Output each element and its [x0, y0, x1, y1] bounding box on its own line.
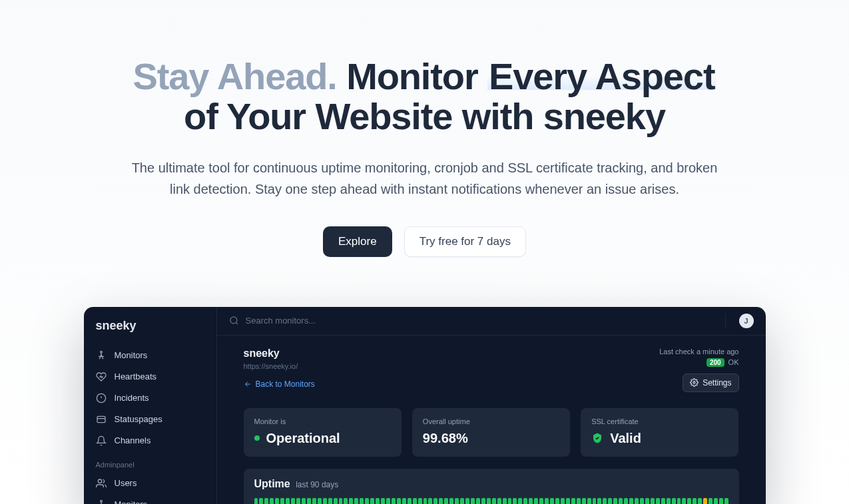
uptime-bar [708, 498, 712, 504]
uptime-bar [629, 498, 633, 504]
uptime-bar [344, 498, 348, 504]
card-value: Valid [610, 431, 641, 446]
uptime-bar [312, 498, 316, 504]
uptime-bar [402, 498, 406, 504]
uptime-bar [433, 498, 437, 504]
explore-button[interactable]: Explore [323, 226, 392, 257]
back-label: Back to Monitors [256, 379, 315, 389]
hero-title-p4: of Your Website with sneeky [184, 95, 665, 137]
dashboard-preview: sneeky Monitors Heartbeats Incidents Sta… [84, 307, 766, 504]
uptime-bar [719, 498, 723, 504]
sidebar-item-monitors[interactable]: Monitors [84, 345, 216, 366]
uptime-title-text: Uptime [254, 478, 290, 489]
status-dot-icon [254, 435, 260, 441]
card-label: Overall uptime [423, 417, 559, 425]
uptime-bar [318, 498, 322, 504]
uptime-bar [328, 498, 332, 504]
uptime-bar [259, 498, 263, 504]
uptime-bar [619, 498, 623, 504]
back-to-monitors-link[interactable]: Back to Monitors [244, 379, 315, 389]
monitor-icon [96, 350, 107, 361]
avatar[interactable]: J [739, 314, 754, 328]
uptime-bar [635, 498, 639, 504]
uptime-bar [476, 498, 480, 504]
uptime-bar [280, 498, 284, 504]
uptime-bar [334, 498, 338, 504]
sidebar-item-admin-monitors[interactable]: Monitors [84, 494, 216, 504]
alert-icon [96, 393, 107, 403]
sidebar-item-heartbeats[interactable]: Heartbeats [84, 366, 216, 387]
uptime-bar [624, 498, 628, 504]
divider [725, 314, 726, 328]
uptime-bar [428, 498, 432, 504]
uptime-bar [645, 498, 649, 504]
uptime-bar [497, 498, 501, 504]
uptime-bar [270, 498, 274, 504]
svg-point-6 [98, 479, 101, 483]
sidebar-item-users[interactable]: Users [84, 473, 216, 494]
uptime-bar [439, 498, 443, 504]
uptime-bar [555, 498, 559, 504]
uptime-bar [286, 498, 290, 504]
uptime-bar [449, 498, 453, 504]
uptime-bar [254, 498, 258, 504]
admin-section-label: Adminpanel [84, 451, 216, 473]
uptime-bar [365, 498, 369, 504]
topbar: J [217, 307, 766, 336]
uptime-bar [566, 498, 570, 504]
uptime-bar [698, 498, 702, 504]
card-monitor-status: Monitor is Operational [244, 408, 402, 457]
sidebar-item-label: Channels [115, 435, 151, 445]
uptime-bar [424, 498, 427, 504]
uptime-bar [518, 498, 522, 504]
settings-button[interactable]: Settings [683, 374, 738, 392]
uptime-bar [597, 498, 601, 504]
uptime-bar [413, 498, 417, 504]
uptime-bar [577, 498, 581, 504]
settings-label: Settings [703, 378, 731, 387]
card-overall-uptime: Overall uptime 99.68% [412, 408, 570, 457]
uptime-bar [503, 498, 507, 504]
svg-point-8 [230, 317, 236, 324]
uptime-bar [672, 498, 676, 504]
uptime-bar [307, 498, 311, 504]
sidebar-item-channels[interactable]: Channels [84, 430, 216, 451]
svg-point-11 [693, 381, 695, 383]
uptime-panel: Uptime last 90 days [244, 469, 739, 504]
hero-title: Stay Ahead. Monitor Every Aspect of Your… [67, 57, 782, 137]
uptime-bar [703, 498, 707, 504]
uptime-bar [661, 498, 665, 504]
sidebar-item-label: Incidents [115, 393, 149, 403]
uptime-bar [418, 498, 422, 504]
sidebar-item-label: Users [115, 478, 137, 488]
uptime-bar [487, 498, 491, 504]
users-icon [96, 478, 107, 489]
hero-title-p2: Monitor [346, 55, 477, 97]
uptime-bar [682, 498, 686, 504]
uptime-bar [323, 498, 327, 504]
hero-title-muted: Stay Ahead. [133, 55, 337, 97]
uptime-bar [302, 498, 306, 504]
uptime-bar [561, 498, 565, 504]
uptime-bar [392, 498, 396, 504]
uptime-bar [386, 498, 390, 504]
sidebar-item-incidents[interactable]: Incidents [84, 387, 216, 409]
heartbeat-icon [96, 372, 107, 382]
arrow-left-icon [244, 380, 252, 388]
sidebar-item-statuspages[interactable]: Statuspages [84, 409, 216, 430]
uptime-bar [408, 498, 412, 504]
search-input[interactable] [246, 316, 718, 326]
card-ssl: SSL certificate Valid [581, 408, 738, 457]
uptime-bar [523, 498, 527, 504]
uptime-bar [550, 498, 554, 504]
try-free-button[interactable]: Try free for 7 days [404, 226, 526, 257]
uptime-bar [349, 498, 353, 504]
status-code-badge: 200 [707, 358, 724, 367]
uptime-bar [275, 498, 279, 504]
uptime-bar [687, 498, 691, 504]
monitor-icon [96, 499, 107, 504]
monitor-url: https://sneeky.io/ [244, 362, 315, 370]
brand-logo: sneeky [84, 318, 216, 345]
svg-point-0 [100, 351, 102, 353]
uptime-bar [291, 498, 295, 504]
